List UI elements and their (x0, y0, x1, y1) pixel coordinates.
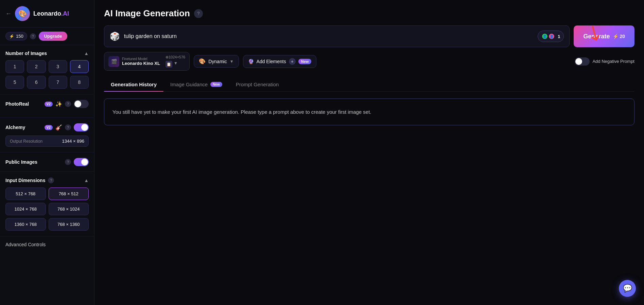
num-btn-7[interactable]: 7 (49, 76, 67, 89)
public-images-toggle[interactable] (74, 158, 89, 166)
upgrade-button[interactable]: Upgrade (39, 32, 68, 41)
main-content: AI Image Generation ? 🎲 👤 👤 1 Generate ⚡… (94, 0, 644, 305)
dims-grid: 512 × 768 768 × 512 1024 × 768 768 × 102… (5, 187, 89, 231)
dim-btn-768x1024[interactable]: 768 × 1024 (49, 203, 89, 215)
advanced-controls-label: Advanced Controls (5, 242, 46, 247)
tab-image-guidance[interactable]: Image Guidance New (163, 77, 229, 91)
brand-name: Leonardo.AI (33, 10, 69, 17)
input-dims-header: Input Dimensions ? ▲ (5, 177, 89, 183)
tabs-row: Generation History Image Guidance New Pr… (104, 77, 634, 92)
back-button[interactable]: ← (5, 10, 12, 17)
page-title: AI Image Generation (104, 8, 190, 19)
model-tag: Finetuned Model (122, 57, 160, 61)
num-images-chevron: ▲ (84, 51, 89, 56)
num-btn-2[interactable]: 2 (27, 60, 46, 73)
photoreal-label: PhotoReal (5, 101, 42, 107)
alchemy-help-icon[interactable]: ? (65, 124, 71, 130)
num-images-grid: 1 2 3 4 5 6 7 8 (5, 60, 89, 89)
advanced-controls[interactable]: Advanced Controls (0, 236, 94, 253)
elements-label: Add Elements (257, 59, 286, 64)
model-thumbnail: 🎬 (108, 56, 119, 67)
public-images-label: Public Images (5, 159, 62, 165)
alchemy-version-badge: V2 (45, 125, 53, 130)
model-dims: ⊕1024×576 (166, 55, 185, 59)
dim-btn-1024x768[interactable]: 1024 × 768 (5, 203, 46, 215)
generate-button[interactable]: Generate ⚡ 20 (574, 25, 634, 47)
photoreal-sparkle-icon: ✨ (55, 101, 62, 107)
public-images-help-icon[interactable]: ? (65, 159, 71, 165)
neg-prompt-toggle[interactable] (575, 57, 590, 66)
user-dot-green: 👤 (541, 33, 548, 40)
output-resolution-row: Output Resolution 1344 × 896 (5, 136, 89, 147)
dim-btn-768x512[interactable]: 768 × 512 (49, 187, 89, 200)
style-label: Dynamic (208, 59, 227, 64)
alchemy-label: Alchemy (5, 125, 42, 130)
sidebar: ← 🎨 Leonardo.AI ⚡ 150 ? Upgrade Number o… (0, 0, 94, 305)
page-title-row: AI Image Generation ? (104, 8, 634, 19)
generate-label: Generate (583, 33, 610, 40)
model-copy-icon[interactable]: 📋 (166, 61, 172, 68)
photoreal-section: PhotoReal V2 ✨ ? (0, 94, 94, 118)
model-selector[interactable]: 🎬 Finetuned Model Leonardo Kino XL ⊕1024… (104, 52, 190, 71)
alchemy-toggle[interactable] (74, 123, 89, 131)
input-dims-title: Input Dimensions (5, 178, 45, 183)
user-icons: 👤 👤 (541, 33, 555, 40)
num-btn-5[interactable]: 5 (5, 76, 24, 89)
num-btn-4[interactable]: 4 (70, 60, 89, 73)
output-resolution-value: 1344 × 896 (62, 139, 84, 144)
chat-bubble-icon: 💬 (623, 284, 632, 293)
num-btn-6[interactable]: 6 (27, 76, 46, 89)
alchemy-icon: 🎸 (55, 124, 62, 131)
style-icon: 🎨 (199, 58, 206, 65)
style-selector[interactable]: 🎨 Dynamic ▼ (194, 55, 239, 68)
prompt-row: 🎲 👤 👤 1 Generate ⚡ 20 (104, 25, 634, 47)
image-guidance-new-badge: New (210, 82, 222, 87)
elements-new-badge: New (298, 59, 312, 64)
user-count-number: 1 (558, 34, 560, 39)
toolbar-row: 🎬 Finetuned Model Leonardo Kino XL ⊕1024… (104, 52, 634, 71)
num-images-section: Number of Images ▲ 1 2 3 4 5 6 7 8 (0, 45, 94, 94)
user-dot-pink: 👤 (548, 33, 555, 40)
token-count: 150 (16, 34, 23, 39)
dim-btn-768x1360[interactable]: 768 × 1360 (49, 218, 89, 231)
output-resolution-label: Output Resolution (10, 139, 42, 144)
prompt-box: 🎲 👤 👤 1 (104, 25, 570, 47)
tab-generation-history-label: Generation History (111, 82, 157, 87)
num-images-title: Number of Images (5, 51, 47, 56)
prompt-input[interactable] (124, 33, 534, 39)
tab-generation-history[interactable]: Generation History (104, 77, 163, 91)
num-images-header: Number of Images ▲ (5, 51, 89, 56)
num-btn-3[interactable]: 3 (49, 60, 67, 73)
photoreal-toggle[interactable] (74, 100, 89, 108)
public-images-section: Public Images ? (0, 152, 94, 172)
num-btn-8[interactable]: 8 (70, 76, 89, 89)
photoreal-help-icon[interactable]: ? (65, 101, 71, 107)
tokens-help-icon[interactable]: ? (30, 33, 36, 39)
model-name: Leonardo Kino XL (122, 61, 160, 66)
empty-state: You still have yet to make your first AI… (104, 98, 634, 125)
user-count-badge: 👤 👤 1 (538, 31, 564, 42)
chat-bubble-button[interactable]: 💬 (619, 280, 636, 297)
tokens-badge: ⚡ 150 (5, 32, 27, 40)
neg-prompt-label: Add Negative Prompt (592, 59, 634, 64)
tab-image-guidance-label: Image Guidance (170, 82, 208, 87)
num-btn-1[interactable]: 1 (5, 60, 24, 73)
dim-btn-1360x768[interactable]: 1360 × 768 (5, 218, 46, 231)
style-caret-icon: ▼ (230, 59, 234, 64)
photoreal-row: PhotoReal V2 ✨ ? (5, 100, 89, 108)
elements-plus-icon: + (289, 58, 296, 65)
tab-prompt-generation[interactable]: Prompt Generation (229, 77, 286, 91)
model-caret-icon: ▼ (174, 61, 178, 68)
dim-btn-512x768[interactable]: 512 × 768 (5, 187, 46, 200)
add-elements-button[interactable]: 🔮 Add Elements + New (243, 55, 317, 68)
photoreal-version-badge: V2 (45, 102, 53, 107)
input-dims-chevron: ▲ (84, 178, 89, 183)
empty-state-message: You still have yet to make your first AI… (112, 109, 371, 115)
model-info: Finetuned Model Leonardo Kino XL (122, 57, 160, 66)
alchemy-row: Alchemy V2 🎸 ? (5, 123, 89, 131)
input-dims-help-icon[interactable]: ? (48, 177, 54, 183)
elements-icon: 🔮 (248, 59, 254, 64)
sidebar-header: ← 🎨 Leonardo.AI (0, 0, 94, 28)
prompt-dice-icon: 🎲 (110, 32, 120, 41)
page-help-icon[interactable]: ? (194, 9, 203, 18)
